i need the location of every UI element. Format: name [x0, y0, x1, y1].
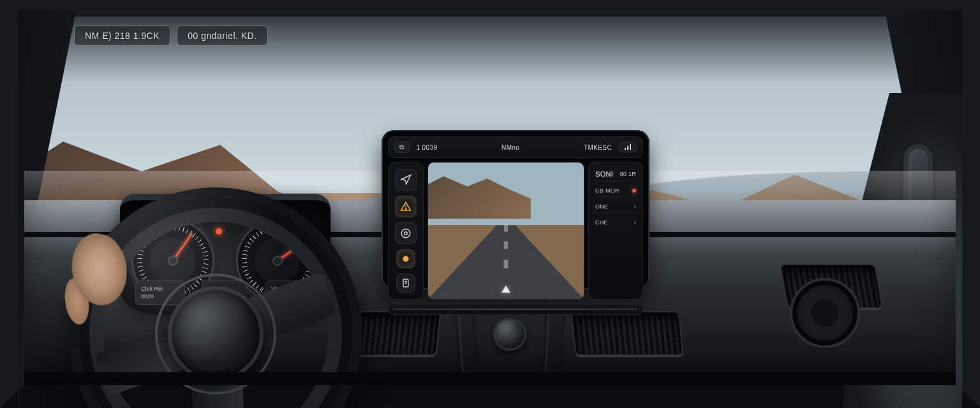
svg-point-6 [401, 229, 410, 238]
info-label: ONE [595, 203, 608, 210]
svg-point-5 [405, 208, 406, 210]
info-value: 00 1R [620, 171, 636, 177]
info-label: SONI [595, 170, 613, 178]
direction-arrow-icon [501, 286, 510, 293]
infotainment-screen[interactable]: ⧉ 1 0039 NMno TMKESC [382, 130, 650, 289]
alert-icon[interactable] [395, 196, 417, 217]
topbar-label-2: NMno [501, 144, 519, 151]
info-row[interactable]: SONI 00 1R [594, 168, 637, 181]
info-label: CHE [595, 219, 608, 226]
chevron-right-icon: › [634, 219, 636, 226]
topbar-label-1: 1 0039 [416, 144, 437, 151]
hud-pill-left: NM E) 218 1.9CK [74, 26, 170, 46]
info-row[interactable]: ONE › [594, 201, 637, 213]
svg-rect-2 [630, 144, 631, 150]
info-label: CB MOR [595, 187, 620, 194]
topbar-status-icon[interactable] [618, 142, 637, 152]
topbar-mode-icon[interactable]: ⧉ [394, 142, 410, 153]
media-icon[interactable] [395, 222, 417, 244]
screen-scrubber[interactable] [388, 303, 643, 315]
dash-speaker [790, 278, 860, 348]
air-vent-center-right[interactable] [570, 311, 683, 356]
hazard-icon[interactable] [396, 249, 415, 268]
settings-icon[interactable] [396, 273, 415, 293]
hud-pill-right: 00 gndariel. KD. [177, 26, 267, 46]
svg-marker-3 [401, 175, 410, 184]
camera-view[interactable] [427, 162, 584, 300]
svg-rect-0 [625, 148, 626, 150]
screen-sidebar [388, 162, 424, 300]
screen-topbar: ⧉ 1 0039 NMno TMKESC [388, 136, 643, 158]
camera-mountain [427, 174, 531, 219]
chevron-right-icon: › [634, 203, 636, 210]
screen-info-column: SONI 00 1R CB MOR ONE › CHE › [588, 162, 643, 300]
camera-lane [503, 225, 508, 275]
status-dot-icon [632, 189, 636, 193]
app-frame: NM E) 218 1.9CK 00 gndariel. KD. Chik Ri… [0, 0, 980, 408]
climate-knob[interactable] [493, 317, 526, 351]
svg-point-8 [403, 256, 408, 261]
topbar-label-3: TMKESC [584, 144, 612, 151]
nav-icon[interactable] [395, 169, 417, 191]
info-row[interactable]: CHE › [594, 217, 637, 228]
info-row[interactable]: CB MOR [594, 185, 637, 197]
frame-bottom [24, 372, 956, 385]
svg-point-7 [405, 232, 408, 235]
svg-rect-1 [627, 146, 628, 150]
hud-overlay: NM E) 218 1.9CK 00 gndariel. KD. [74, 26, 268, 46]
